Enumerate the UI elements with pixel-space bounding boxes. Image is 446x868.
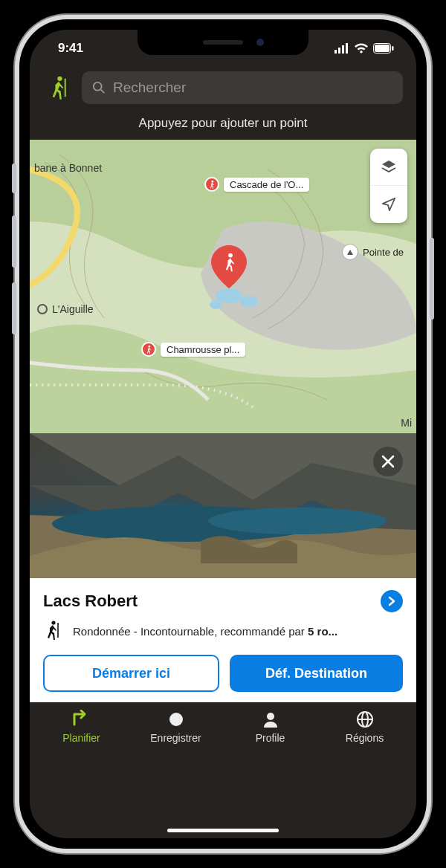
- map-poi-label: Chamrousse pl...: [161, 343, 245, 357]
- hiker-icon: [47, 75, 69, 100]
- device-notch: [138, 30, 308, 55]
- svg-rect-0: [334, 50, 337, 54]
- map-poi-cascade[interactable]: Cascade de l'O...: [204, 177, 309, 192]
- screen: 9:41 Rechercher: [30, 30, 416, 838]
- svg-rect-2: [342, 45, 344, 54]
- hiker-pin-icon: [204, 177, 219, 192]
- map-poi-peak[interactable]: Pointe de: [342, 244, 404, 260]
- start-here-button[interactable]: Démarrer ici: [43, 655, 219, 692]
- map-poi-label: Pointe de: [363, 247, 404, 258]
- place-title: Lacs Robert: [43, 592, 138, 611]
- map-view[interactable]: bane à Bonnet L'Aiguille Mi Cascade de l…: [30, 140, 416, 433]
- marker-icon: [211, 245, 247, 288]
- set-destination-button[interactable]: Déf. Destination: [230, 655, 403, 692]
- svg-point-23: [51, 621, 55, 624]
- details-button[interactable]: [381, 590, 403, 612]
- globe-icon: [356, 710, 374, 728]
- profile-icon: [262, 710, 279, 728]
- device-side-button: [12, 282, 16, 334]
- tab-profile[interactable]: Profile: [223, 710, 317, 744]
- layers-icon: [380, 158, 398, 176]
- tab-label: Enregistrer: [150, 732, 201, 744]
- svg-rect-1: [338, 48, 340, 54]
- home-indicator[interactable]: [167, 829, 279, 832]
- plan-icon: [71, 710, 92, 729]
- map-layers-button[interactable]: [370, 149, 407, 186]
- status-time: 9:41: [58, 41, 83, 56]
- map-point-icon: [37, 304, 48, 314]
- map-label-aiguille: L'Aiguille: [37, 303, 94, 315]
- svg-rect-3: [346, 43, 348, 54]
- svg-point-25: [169, 713, 183, 726]
- svg-rect-6: [392, 46, 394, 51]
- map-poi-chamrousse[interactable]: Chamrousse pl...: [141, 342, 245, 357]
- svg-point-9: [94, 82, 102, 91]
- search-icon: [92, 81, 106, 94]
- svg-point-20: [208, 508, 387, 534]
- place-subtitle: Rondonnée - Incontournable, recommandé p…: [73, 625, 403, 638]
- close-icon: [381, 455, 395, 468]
- tab-bar: Planifier Enregistrer Profile: [30, 702, 416, 750]
- record-icon: [167, 710, 185, 728]
- device-frame: 9:41 Rechercher: [15, 15, 431, 853]
- activity-selector[interactable]: [43, 73, 73, 103]
- tab-record[interactable]: Enregistrer: [129, 710, 223, 744]
- status-icons: [334, 43, 394, 54]
- tab-regions[interactable]: Régions: [317, 710, 412, 744]
- svg-point-14: [210, 300, 222, 309]
- wifi-icon: [354, 43, 369, 54]
- svg-point-16: [148, 346, 150, 348]
- chevron-right-icon: [387, 596, 397, 606]
- hiker-icon: [43, 620, 64, 643]
- svg-point-13: [240, 296, 258, 308]
- svg-point-12: [216, 288, 242, 303]
- tab-label: Planifier: [62, 732, 100, 744]
- tab-plan[interactable]: Planifier: [34, 710, 129, 744]
- place-info-card: Lacs Robert Rondonnée - Inconto: [30, 578, 416, 702]
- close-button[interactable]: [373, 447, 403, 476]
- hiker-pin-icon: [141, 342, 156, 357]
- svg-point-26: [267, 713, 274, 720]
- search-placeholder: Rechercher: [113, 80, 186, 96]
- device-side-button: [430, 238, 434, 320]
- svg-line-10: [101, 90, 105, 94]
- svg-point-7: [57, 77, 62, 81]
- location-arrow-icon: [381, 196, 397, 213]
- map-selected-marker[interactable]: [211, 245, 247, 288]
- peak-icon: [342, 244, 358, 260]
- svg-rect-5: [375, 45, 390, 52]
- tab-label: Profile: [256, 732, 285, 744]
- map-locate-button[interactable]: [370, 186, 407, 223]
- map-controls: [370, 149, 407, 223]
- svg-point-15: [211, 181, 213, 183]
- battery-icon: [373, 43, 394, 54]
- hint-text: Appuyez pour ajouter un point: [30, 111, 416, 140]
- photo-illustration: [30, 433, 416, 578]
- map-label-bonnet: bane à Bonnet: [34, 162, 102, 174]
- svg-point-18: [228, 253, 233, 258]
- cellular-icon: [334, 43, 349, 54]
- device-side-button: [12, 163, 16, 193]
- search-input[interactable]: Rechercher: [82, 71, 403, 104]
- map-poi-label: Cascade de l'O...: [224, 178, 309, 192]
- place-photo: [30, 433, 416, 578]
- device-side-button: [12, 216, 16, 268]
- header: Rechercher: [30, 67, 416, 111]
- map-label-corner: Mi: [401, 417, 412, 429]
- tab-label: Régions: [346, 732, 384, 744]
